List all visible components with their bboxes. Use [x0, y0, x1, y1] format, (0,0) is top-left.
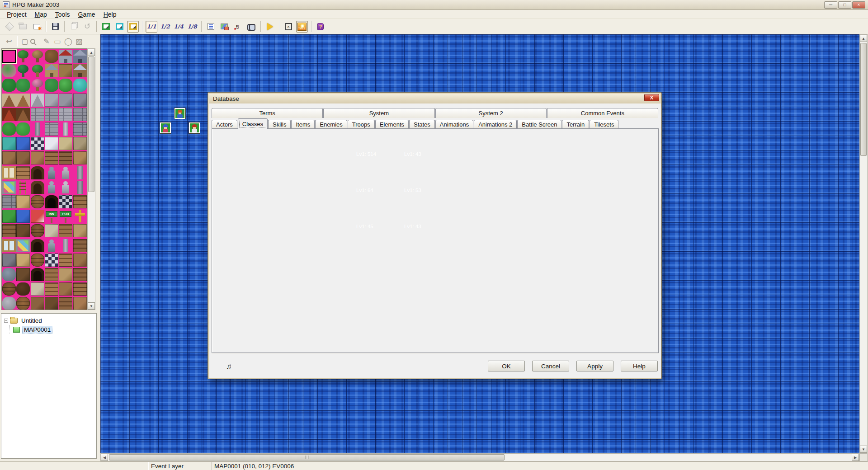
palette-tile[interactable]: [45, 50, 58, 63]
maximize-button[interactable]: □: [838, 1, 851, 9]
palette-tile[interactable]: [45, 254, 58, 267]
palette-tile[interactable]: [2, 282, 16, 296]
tree-expander-icon[interactable]: −: [4, 319, 8, 323]
minimize-button[interactable]: ─: [824, 1, 837, 9]
palette-tile[interactable]: [31, 282, 44, 296]
palette-tile[interactable]: [59, 137, 72, 150]
palette-tile[interactable]: [16, 79, 30, 92]
menu-game[interactable]: Game: [74, 10, 99, 19]
palette-tile[interactable]: [73, 151, 87, 164]
tile-palette[interactable]: INNPUB: [1, 48, 87, 310]
palette-tile[interactable]: [59, 108, 72, 121]
palette-tile[interactable]: [16, 254, 30, 267]
palette-tile[interactable]: [31, 79, 44, 92]
tab-elements[interactable]: Elements: [375, 120, 409, 129]
palette-tile[interactable]: [16, 50, 30, 63]
help-button[interactable]: Help: [621, 361, 658, 371]
palette-tile[interactable]: [16, 137, 30, 150]
palette-scroll-down[interactable]: ▼: [88, 302, 95, 310]
cancel-button[interactable]: Cancel: [532, 361, 569, 371]
tree-map-label[interactable]: MAP0001: [22, 326, 52, 334]
palette-tile[interactable]: [45, 137, 58, 150]
palette-scroll-up[interactable]: ▲: [88, 49, 95, 56]
palette-tile[interactable]: [31, 50, 44, 63]
dialog-close-icon[interactable]: X: [644, 94, 659, 101]
test-play-icon[interactable]: [264, 21, 276, 33]
palette-tile[interactable]: [73, 108, 87, 121]
palette-tile[interactable]: [31, 239, 44, 252]
tab-terms[interactable]: Terms: [212, 108, 323, 118]
palette-tile[interactable]: [73, 297, 87, 310]
menu-help[interactable]: Help: [99, 10, 121, 19]
palette-tile[interactable]: [59, 79, 72, 92]
lower-layer-icon[interactable]: [100, 21, 112, 33]
palette-tile[interactable]: [45, 108, 58, 121]
palette-tile[interactable]: [45, 195, 58, 208]
palette-tile[interactable]: [59, 268, 72, 281]
palette-tile[interactable]: [45, 181, 58, 194]
tab-terrain[interactable]: Terrain: [562, 120, 589, 129]
map-scroll-right[interactable]: ▶: [852, 454, 859, 461]
map-event-2[interactable]: [160, 122, 171, 133]
palette-tile[interactable]: [16, 151, 30, 164]
palette-tile[interactable]: [16, 94, 30, 107]
tab-common-events[interactable]: Common Events: [547, 108, 658, 118]
menu-project[interactable]: Project: [3, 10, 31, 19]
palette-tile[interactable]: [16, 64, 30, 77]
palette-tile[interactable]: [45, 268, 58, 281]
map-scroll-down[interactable]: ▼: [860, 446, 867, 453]
tab-system-2[interactable]: System 2: [435, 108, 547, 118]
palette-tile[interactable]: [59, 239, 72, 252]
find-icon[interactable]: [245, 21, 257, 33]
music-icon[interactable]: ♬: [232, 21, 244, 33]
palette-tile[interactable]: [73, 224, 87, 237]
palette-tile[interactable]: [2, 94, 16, 107]
tab-tilesets[interactable]: Tilesets: [590, 120, 618, 129]
palette-tile[interactable]: [45, 224, 58, 237]
palette-tile-selected[interactable]: [2, 50, 16, 63]
palette-tile[interactable]: [59, 254, 72, 267]
revert-icon[interactable]: ↺: [81, 21, 93, 33]
tab-enemies[interactable]: Enemies: [315, 120, 347, 129]
palette-tile[interactable]: [2, 64, 16, 77]
palette-tile[interactable]: [59, 50, 72, 63]
palette-tile[interactable]: [16, 181, 30, 194]
tab-actors[interactable]: Actors: [212, 120, 237, 129]
palette-tile[interactable]: [31, 137, 44, 150]
palette-tile[interactable]: [2, 79, 16, 92]
tab-animations[interactable]: Animations: [435, 120, 473, 129]
palette-tile[interactable]: [45, 64, 58, 77]
palette-scroll-thumb[interactable]: [88, 56, 94, 192]
tab-troops[interactable]: Troops: [348, 120, 375, 129]
palette-tile[interactable]: [2, 224, 16, 237]
window-titlebar[interactable]: RPG Maker 2003 ─ □ ×: [0, 0, 868, 10]
apply-button[interactable]: Apply: [576, 361, 613, 371]
palette-tile[interactable]: [73, 94, 87, 107]
map-vscroll-thumb[interactable]: [860, 43, 867, 156]
menu-map[interactable]: Map: [31, 10, 51, 19]
ellipse-tool-icon[interactable]: ◯: [63, 37, 74, 46]
palette-tile[interactable]: [2, 210, 16, 223]
ok-button[interactable]: OK: [488, 361, 525, 371]
open-project-icon[interactable]: [17, 21, 29, 33]
palette-tile[interactable]: [45, 122, 58, 136]
palette-tile[interactable]: [16, 108, 30, 121]
fill-tool-icon[interactable]: ▨: [74, 37, 85, 46]
palette-tile[interactable]: [59, 195, 72, 208]
upper-layer-icon[interactable]: [113, 21, 125, 33]
tab-items[interactable]: Items: [291, 120, 315, 129]
palette-tile[interactable]: [59, 151, 72, 164]
palette-tile[interactable]: [16, 224, 30, 237]
tab-battle-screen[interactable]: Battle Screen: [517, 120, 561, 129]
map-vertical-scrollbar[interactable]: ▲ ▼: [859, 34, 868, 453]
palette-tile[interactable]: [73, 254, 87, 267]
palette-tile[interactable]: [16, 195, 30, 208]
palette-tile[interactable]: [59, 297, 72, 310]
palette-tile[interactable]: [31, 254, 44, 267]
map-horizontal-scrollbar[interactable]: ◀ ▶: [100, 453, 859, 461]
palette-tile[interactable]: [59, 64, 72, 77]
palette-tile[interactable]: [59, 224, 72, 237]
palette-tile[interactable]: [31, 224, 44, 237]
dialog-titlebar[interactable]: Database: [209, 94, 660, 103]
resource-manager-icon[interactable]: [218, 21, 230, 33]
